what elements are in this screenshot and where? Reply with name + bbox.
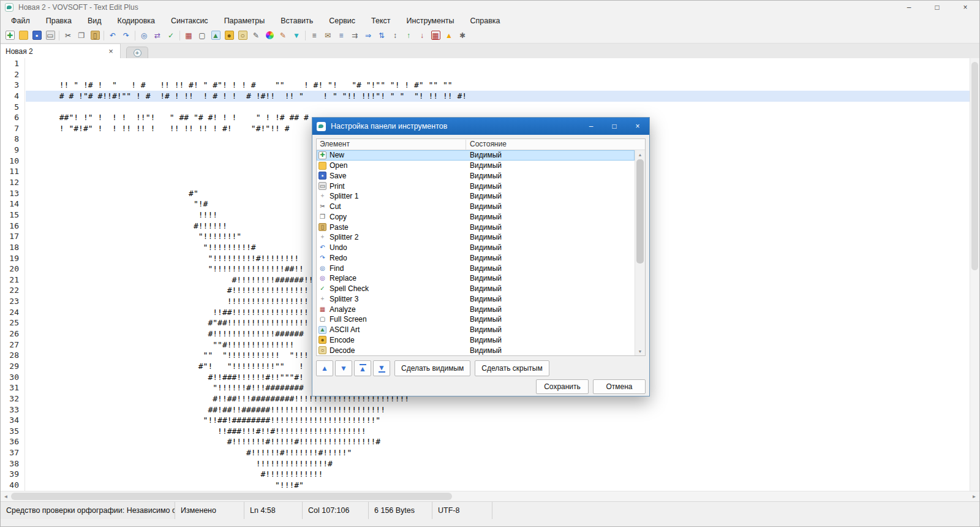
find-icon[interactable]: ◎ <box>137 29 151 42</box>
move-bottom-button[interactable]: ▼ <box>373 360 390 376</box>
list-row-paste[interactable]: ▯PasteВидимый <box>317 222 635 232</box>
menu-item-7[interactable]: Сервис <box>321 14 363 28</box>
upload-icon[interactable]: ↑ <box>402 29 415 42</box>
email-icon[interactable]: ✉ <box>321 29 334 42</box>
edit-icon[interactable]: ✎ <box>249 29 263 42</box>
dialog-title-bar[interactable]: Настройка панели инструментов – □ × <box>312 118 649 135</box>
scroll-right-icon[interactable]: ► <box>969 491 979 502</box>
make-hidden-button[interactable]: Сделать скрытым <box>475 360 549 376</box>
maximize-button[interactable]: □ <box>923 1 951 14</box>
menu-item-9[interactable]: Инструменты <box>399 14 462 28</box>
color-wheel-icon[interactable] <box>263 29 276 42</box>
list-row-print[interactable]: ▭PrintВидимый <box>317 181 635 191</box>
list-scrollbar[interactable]: ▲ ▼ <box>635 150 645 355</box>
tools-icon[interactable]: ✱ <box>456 29 469 42</box>
editor-line[interactable] <box>26 58 970 69</box>
scroll-left-icon[interactable]: ◄ <box>1 491 11 502</box>
list-row-find[interactable]: ◎FindВидимый <box>317 263 635 273</box>
scroll-up-icon[interactable]: ▲ <box>635 150 645 159</box>
menu-item-4[interactable]: Синтаксис <box>163 14 216 28</box>
list-row-ascii-art[interactable]: ▲ASCII ArtВидимый <box>317 325 635 335</box>
list-row-full-screen[interactable]: ▢Full ScreenВидимый <box>317 314 635 325</box>
dialog-minimize-button[interactable]: – <box>579 118 603 135</box>
new-icon[interactable]: ✚ <box>3 29 17 42</box>
menu-item-5[interactable]: Параметры <box>216 14 273 28</box>
list-row-analyze[interactable]: ▦AnalyzeВидимый <box>317 304 635 314</box>
minimize-button[interactable]: – <box>895 1 923 14</box>
dialog-maximize-button[interactable]: □ <box>603 118 626 135</box>
merge-icon[interactable]: ⇉ <box>348 29 361 42</box>
decode-icon[interactable]: ○ <box>236 29 249 42</box>
list-row-splitter[interactable]: +Splitter 2Видимый <box>317 232 635 243</box>
editor-line[interactable]: #!!!!!!!!!!!! <box>26 469 970 480</box>
open-icon[interactable] <box>17 29 30 42</box>
replace-icon[interactable]: ⇄ <box>151 29 164 42</box>
list-row-undo[interactable]: ↶UndoВидимый <box>317 243 635 253</box>
statistics-icon[interactable]: ≡ <box>307 29 321 42</box>
menu-item-10[interactable]: Справка <box>462 14 508 28</box>
full-screen-icon[interactable]: ▢ <box>195 29 209 42</box>
list-row-redo[interactable]: ↷RedoВидимый <box>317 253 635 264</box>
encode-icon[interactable]: ● <box>222 29 236 42</box>
list-row-splitter[interactable]: +Splitter 3Видимый <box>317 294 635 305</box>
scroll-down-icon[interactable]: ▼ <box>635 347 645 355</box>
menu-item-1[interactable]: Правка <box>38 14 80 28</box>
undo-icon[interactable]: ↶ <box>106 29 119 42</box>
editor-line[interactable] <box>26 102 970 113</box>
sort-icon[interactable]: ↕ <box>388 29 402 42</box>
spell-check-icon[interactable]: ✓ <box>164 29 178 42</box>
menu-item-3[interactable]: Кодировка <box>110 14 163 28</box>
new-tab-button[interactable]: + <box>126 47 148 58</box>
horizontal-scroll-thumb[interactable] <box>11 493 452 500</box>
editor-line[interactable]: "!!!#" <box>26 480 970 491</box>
dialog-close-button[interactable]: × <box>626 118 649 135</box>
list-row-save[interactable]: ▪SaveВидимый <box>317 171 635 181</box>
editor-line[interactable]: "!!##!########!!!!!!!!!!!!!!!!!!!!!!" <box>26 415 970 426</box>
highlight-icon[interactable]: ✎ <box>276 29 290 42</box>
filter-icon[interactable]: ▼ <box>290 29 303 42</box>
tab-close-icon[interactable]: × <box>107 47 115 55</box>
print-icon[interactable]: ▭ <box>43 29 57 42</box>
list-row-spell-check[interactable]: ✓Spell CheckВидимый <box>317 284 635 294</box>
save-button[interactable]: Сохранить <box>536 379 589 394</box>
move-up-button[interactable]: ▲ <box>316 360 333 376</box>
vertical-scroll-thumb[interactable] <box>971 62 978 270</box>
list-row-encode[interactable]: ●EncodeВидимый <box>317 335 635 346</box>
move-down-button[interactable]: ▼ <box>335 360 352 376</box>
vertical-scrollbar[interactable] <box>970 58 979 491</box>
close-button[interactable]: × <box>951 1 979 14</box>
menu-item-6[interactable]: Вставить <box>273 14 321 28</box>
paste-icon[interactable]: ▯ <box>88 29 102 42</box>
editor-line[interactable] <box>26 69 970 80</box>
tab-active[interactable]: Новая 2 × <box>1 44 121 58</box>
cut-icon[interactable]: ✂ <box>61 29 75 42</box>
list-row-open[interactable]: OpenВидимый <box>317 161 635 171</box>
horizontal-scrollbar[interactable]: ◄ ► <box>1 491 979 501</box>
move-top-button[interactable]: ▲ <box>354 360 371 376</box>
make-visible-button[interactable]: Сделать видимым <box>394 360 470 376</box>
column-state[interactable]: Состояние <box>470 140 507 148</box>
menu-item-8[interactable]: Текст <box>363 14 398 28</box>
editor-line[interactable]: !! " !# ! " ! # !! !! #! " #"! ! ! # "" … <box>26 80 970 91</box>
list-scroll-thumb[interactable] <box>636 159 644 264</box>
list-row-cut[interactable]: ✂CutВидимый <box>317 202 635 212</box>
column-element[interactable]: Элемент <box>320 140 350 148</box>
menu-item-0[interactable]: Файл <box>3 14 38 28</box>
goto-icon[interactable]: ⇒ <box>361 29 375 42</box>
list-row-decode[interactable]: ○DecodeВидимый <box>317 345 635 355</box>
menu-item-2[interactable]: Вид <box>80 14 110 28</box>
numbered-list-icon[interactable]: ≡ <box>334 29 348 42</box>
calendar-icon[interactable]: ▦ <box>429 29 442 42</box>
list-row-new[interactable]: ✚NewВидимый <box>317 150 635 161</box>
editor-line[interactable]: #!!!!!!#!!!!!!!#!!!!!" <box>26 447 970 458</box>
save-icon[interactable]: ▪ <box>30 29 43 42</box>
copy-icon[interactable]: ❐ <box>75 29 88 42</box>
editor-line[interactable]: ##!##!!######!!!!!!!!!!!!!!!!!!!!!!!! <box>26 404 970 415</box>
analyze-icon[interactable]: ▦ <box>182 29 195 42</box>
ascii-art-icon[interactable]: ▲ <box>209 29 222 42</box>
editor-line-current[interactable]: # # !"# #!!#!"" ! # !# ! !! ! # ! ! # !#… <box>26 91 970 102</box>
editor-line[interactable]: !!###!!!#!!#!!!!!!!!!!!!!!!!!!! <box>26 426 970 437</box>
editor-line[interactable]: #!!!!!!!#!!!!!#!!!!!!!!!!!!!!!!# <box>26 436 970 447</box>
move-vertical-icon[interactable]: ⇅ <box>375 29 388 42</box>
download-icon[interactable]: ↓ <box>415 29 429 42</box>
